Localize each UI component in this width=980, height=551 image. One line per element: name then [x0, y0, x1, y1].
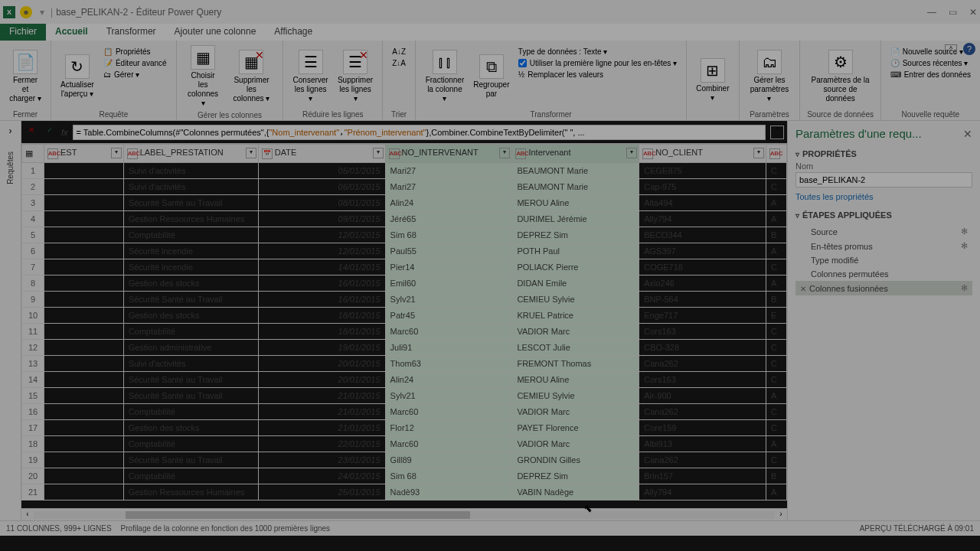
table-row[interactable]: 19Sécurité Santé au Travail23/01/2015Gil… — [22, 452, 787, 468]
tab-file[interactable]: Fichier — [0, 24, 46, 41]
gear-icon[interactable]: ✻ — [961, 283, 968, 293]
cell[interactable] — [44, 259, 124, 276]
cell[interactable]: B — [766, 292, 787, 308]
column-header[interactable]: ▦ — [22, 145, 44, 163]
cell[interactable]: 10 — [22, 308, 44, 324]
cell[interactable]: E — [766, 308, 787, 324]
cell[interactable]: 21 — [22, 484, 44, 500]
scroll-thumb[interactable] — [126, 511, 470, 519]
table-row[interactable]: 7Sécurité incendie14/01/2015Pier14POLIAC… — [22, 259, 787, 276]
cell[interactable]: Comptabilité — [123, 324, 258, 340]
cell[interactable]: C — [766, 404, 787, 420]
cell[interactable]: 17 — [22, 420, 44, 436]
cell[interactable]: 13 — [22, 356, 44, 372]
smiley-icon[interactable]: ☻ — [20, 6, 32, 18]
column-header[interactable]: ABCNO_CLIENT▾ — [639, 145, 766, 163]
cell[interactable]: 24/01/2015 — [258, 468, 385, 484]
table-row[interactable]: 15Sécurité Santé au Travail21/01/2015Syl… — [22, 388, 787, 404]
cell[interactable] — [44, 340, 124, 356]
applied-step[interactable]: Source✻ — [795, 224, 972, 239]
cell[interactable]: A — [766, 276, 787, 292]
cell[interactable]: Gestion administrative — [123, 340, 258, 356]
cell[interactable]: BEAUMONT Marie — [512, 163, 639, 179]
cell[interactable]: C — [766, 452, 787, 468]
cell[interactable]: 2 — [22, 179, 44, 195]
table-row[interactable]: 17Gestion des stocks21/01/2015Flor12PAYE… — [22, 420, 787, 436]
cell[interactable]: Nadè93 — [385, 484, 512, 500]
cell[interactable]: PAYET Florence — [512, 420, 639, 436]
cell[interactable]: 16/01/2015 — [258, 276, 385, 292]
filter-icon[interactable]: ▾ — [246, 148, 256, 158]
cell[interactable]: Ally794 — [639, 211, 766, 227]
cell[interactable]: 12/01/2015 — [258, 243, 385, 259]
filter-icon[interactable]: ▾ — [373, 148, 384, 158]
cell[interactable] — [44, 308, 124, 324]
cell[interactable]: 7 — [22, 259, 44, 276]
cell[interactable]: Suivi d'activités — [123, 179, 258, 195]
help-icon[interactable]: ? — [963, 43, 975, 55]
cell[interactable]: Sécurité Santé au Travail — [123, 292, 258, 308]
column-header[interactable]: 📅DATE▾ — [258, 145, 385, 163]
cell[interactable]: 18/01/2015 — [258, 308, 385, 324]
cell[interactable] — [44, 243, 124, 259]
data-source-settings-button[interactable]: ⚙Paramètres de la source de données — [806, 44, 874, 109]
manage-button[interactable]: 🗂 Gérer ▾ — [100, 70, 170, 80]
cell[interactable]: 19 — [22, 452, 44, 468]
cell[interactable]: CBO-328 — [639, 340, 766, 356]
cell[interactable] — [44, 356, 124, 372]
cell[interactable]: 08/01/2015 — [258, 195, 385, 211]
cell[interactable]: 15 — [22, 388, 44, 404]
cell[interactable]: B — [766, 227, 787, 243]
table-row[interactable]: 21Gestion Ressources Humaines25/01/2015N… — [22, 484, 787, 500]
cell[interactable]: Comptabilité — [123, 436, 258, 452]
delete-step-icon[interactable]: ✕ — [800, 285, 806, 293]
cell[interactable]: Comptabilité — [123, 404, 258, 420]
cell[interactable]: 4 — [22, 211, 44, 227]
cell[interactable]: 18/01/2015 — [258, 324, 385, 340]
cell[interactable]: Cap-975 — [639, 179, 766, 195]
cell[interactable] — [44, 372, 124, 388]
cell[interactable]: Cana262 — [639, 356, 766, 372]
cell[interactable]: 09/01/2015 — [258, 211, 385, 227]
cell[interactable]: Sécurité Santé au Travail — [123, 372, 258, 388]
manage-params-button[interactable]: 🗂Gérer les paramètres ▾ — [746, 44, 794, 109]
applied-steps-header[interactable]: ÉTAPES APPLIQUÉES — [795, 210, 972, 220]
recent-sources-button[interactable]: 🕑 Sources récentes ▾ — [887, 58, 974, 68]
cell[interactable] — [44, 179, 124, 195]
filter-icon[interactable]: ▾ — [753, 148, 764, 158]
split-column-button[interactable]: ⫿⫿Fractionner la colonne ▾ — [422, 44, 468, 109]
cell[interactable]: 21/01/2015 — [258, 404, 385, 420]
cell[interactable] — [44, 404, 124, 420]
cell[interactable]: Gestion Ressources Humaines — [123, 211, 258, 227]
cell[interactable]: 6 — [22, 243, 44, 259]
cell[interactable]: MEROU Aline — [512, 372, 639, 388]
advanced-editor-button[interactable]: 📝 Éditeur avancé — [100, 58, 170, 68]
cell[interactable]: C — [766, 356, 787, 372]
table-row[interactable]: 6Sécurité incendie12/01/2015Paul55POTH P… — [22, 243, 787, 259]
cell[interactable]: Ally794 — [639, 484, 766, 500]
cell[interactable]: C — [766, 420, 787, 436]
expand-formula-button[interactable]: ˅ — [770, 126, 784, 139]
cell[interactable]: CEMIEU Sylvie — [512, 292, 639, 308]
applied-step[interactable]: ✕Colonnes fusionnées✻ — [795, 281, 972, 295]
cell[interactable]: 20/01/2015 — [258, 356, 385, 372]
cell[interactable]: Sim 68 — [385, 468, 512, 484]
cell[interactable]: DURIMEL Jérémie — [512, 211, 639, 227]
cell[interactable]: 3 — [22, 195, 44, 211]
cell[interactable]: Alin24 — [385, 195, 512, 211]
cell[interactable]: Comptabilité — [123, 227, 258, 243]
cell[interactable]: Sylv21 — [385, 388, 512, 404]
choose-columns-button[interactable]: ▦Choisir les colonnes ▾ — [183, 44, 224, 109]
cell[interactable]: BNP-564 — [639, 292, 766, 308]
data-type-button[interactable]: Type de données : Texte ▾ — [515, 47, 680, 57]
cell[interactable]: VADIOR Marc — [512, 436, 639, 452]
cell[interactable]: B — [766, 468, 787, 484]
chevron-right-icon[interactable]: › — [9, 126, 12, 136]
cell[interactable]: C — [766, 179, 787, 195]
table-row[interactable]: 10Gestion des stocks18/01/2015Patr45KRUE… — [22, 308, 787, 324]
cell[interactable]: A — [766, 388, 787, 404]
cell[interactable]: 16 — [22, 404, 44, 420]
table-row[interactable]: 3Sécurité Santé au Travail08/01/2015Alin… — [22, 195, 787, 211]
filter-icon[interactable]: ▾ — [626, 148, 637, 158]
table-row[interactable]: 12Gestion administrative19/01/2015Juli91… — [22, 340, 787, 356]
